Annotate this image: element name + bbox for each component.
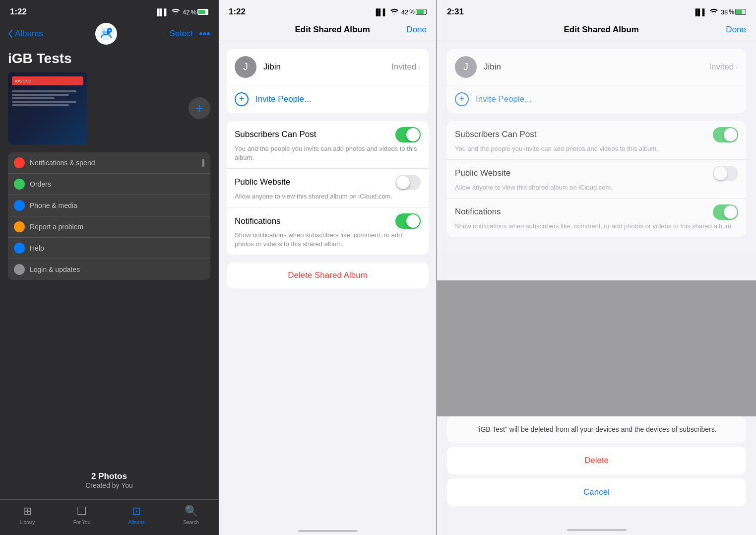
p3-main-content: 2:31 ▐▌▌ 38% Edit Shared Album Done xyxy=(437,0,756,535)
p3-done-button[interactable]: Done xyxy=(726,25,746,35)
p2-home-indicator xyxy=(298,530,358,532)
list-item[interactable]: Notifications & spend ▐ xyxy=(8,152,210,174)
list-item[interactable]: Login & updates xyxy=(8,259,210,280)
p3-toggle-row-website: Public Website Allow anyone to view this… xyxy=(447,160,746,199)
p3-toggle-switch-subscribers xyxy=(713,127,738,142)
p2-invite-row[interactable]: + Invite People... xyxy=(227,85,429,113)
p2-toggle-label-subscribers: Subscribers Can Post xyxy=(235,130,316,139)
list-item[interactable]: Help xyxy=(8,238,210,259)
p2-person-row[interactable]: J Jibin Invited › xyxy=(227,49,429,85)
p1-status-icons: ▐▌▌ 42 % xyxy=(155,8,208,16)
p3-toggle-label-website: Public Website xyxy=(455,168,510,178)
p1-add-button[interactable]: + xyxy=(189,97,210,119)
p1-battery-icon: 42 % xyxy=(183,8,208,16)
p2-done-button[interactable]: Done xyxy=(406,25,427,35)
foryou-icon: ❑ xyxy=(77,505,87,518)
list-item-label: Phone & media xyxy=(30,201,204,209)
p2-toggle-section: Subscribers Can Post You and the people … xyxy=(227,121,429,255)
list-item-dot xyxy=(14,221,25,232)
p1-status-bar: 1:22 ▐▌▌ 42 % xyxy=(0,0,218,21)
list-item-dot xyxy=(14,264,25,275)
p2-nav-title: Edit Shared Album xyxy=(295,25,370,35)
list-item[interactable]: Orders xyxy=(8,174,210,195)
p2-toggle-switch-subscribers[interactable] xyxy=(395,127,421,142)
p2-delete-button[interactable]: Delete Shared Album xyxy=(227,263,429,288)
p2-toggle-switch-notifications[interactable] xyxy=(395,213,421,229)
list-item-dot xyxy=(14,200,25,211)
p3-toggle-header-website: Public Website xyxy=(455,166,738,181)
p1-tab-foryou[interactable]: ❑ For You xyxy=(64,505,99,525)
p2-nav-bar: Edit Shared Album Done xyxy=(219,21,437,41)
p1-tab-library-label: Library xyxy=(20,520,35,525)
p1-back-label: Albums xyxy=(15,29,43,39)
albums-icon: ⊡ xyxy=(132,505,141,518)
p2-toggle-header-subscribers: Subscribers Can Post xyxy=(235,127,421,142)
panel-3-phone: 2:31 ▐▌▌ 38% Edit Shared Album Done xyxy=(437,0,756,535)
p3-toggle-row-subscribers: Subscribers Can Post You and the people … xyxy=(447,121,746,160)
p1-more-button[interactable]: ••• xyxy=(199,27,210,40)
panel-1-phone: 1:22 ▐▌▌ 42 % Albums xyxy=(0,0,218,535)
p1-tab-albums-label: Albums xyxy=(128,520,144,525)
p1-tab-albums[interactable]: ⊡ Albums xyxy=(119,505,154,525)
p3-signal-icon: ▐▌▌ xyxy=(693,8,707,16)
list-item-label: Help xyxy=(30,244,204,252)
p1-tab-library[interactable]: ⊞ Library xyxy=(10,505,45,525)
p1-shared-album-icon: + xyxy=(95,23,117,45)
p2-bottom-bar xyxy=(219,523,437,535)
p3-home-indicator xyxy=(567,529,627,531)
p2-delete-section: Delete Shared Album xyxy=(227,263,429,288)
p3-dimmed-content: J Jibin Invited › + Invite People... Sub… xyxy=(437,41,756,281)
p2-signal-icon: ▐▌▌ xyxy=(374,8,387,16)
search-icon: 🔍 xyxy=(185,505,198,518)
p3-action-sheet-message: "iGB Test" will be deleted from all your… xyxy=(447,416,746,443)
p3-toggle-label-subscribers: Subscribers Can Post xyxy=(455,130,536,139)
p1-right-buttons: Select ••• xyxy=(170,27,210,40)
p1-settings-list: Notifications & spend ▐ Orders Phone & m… xyxy=(8,152,210,280)
p2-status-bar: 1:22 ▐▌▌ 42% xyxy=(219,0,437,21)
p2-person-status: Invited › xyxy=(391,62,421,72)
p3-wifi-icon xyxy=(710,8,718,16)
p2-toggle-desc-notifications: Show notifications when subscribers like… xyxy=(235,231,421,249)
p3-battery-icon: 38% xyxy=(721,8,746,16)
p2-toggle-switch-website[interactable] xyxy=(395,175,421,190)
panel-2-phone: 1:22 ▐▌▌ 42% Edit Shared Album Done J Ji… xyxy=(218,0,437,535)
p3-person-name: Jibin xyxy=(484,62,709,72)
p3-nav-bar: Edit Shared Album Done xyxy=(437,21,756,41)
p3-invite-plus-icon: + xyxy=(455,92,469,106)
p1-tab-foryou-label: For You xyxy=(73,520,90,525)
p1-select-button[interactable]: Select xyxy=(170,29,193,39)
p2-toggle-row-website: Public Website Allow anyone to view this… xyxy=(227,169,429,207)
p3-delete-confirm-button[interactable]: Delete xyxy=(447,447,746,474)
p3-status-bar: 2:31 ▐▌▌ 38% xyxy=(437,0,756,21)
p2-status-icons: ▐▌▌ 42% xyxy=(374,8,427,16)
p3-toggle-header-notifications: Notifications xyxy=(455,204,738,220)
p3-action-sheet-text: "iGB Test" will be deleted from all your… xyxy=(455,424,738,435)
p1-nav: Albums + Select ••• xyxy=(0,21,218,49)
p2-toggle-row-subscribers: Subscribers Can Post You and the people … xyxy=(227,121,429,169)
toggle-knob xyxy=(406,214,420,228)
svg-point-1 xyxy=(103,31,106,34)
p3-nav-title: Edit Shared Album xyxy=(564,25,638,35)
p3-person-section: J Jibin Invited › + Invite People... xyxy=(447,49,746,113)
p3-toggle-switch-website xyxy=(713,166,738,181)
list-item[interactable]: Report a problem xyxy=(8,216,210,238)
p1-photos-count: 2 Photos xyxy=(85,471,133,481)
p3-time: 2:31 xyxy=(447,7,464,17)
list-item-dot xyxy=(14,157,25,168)
p3-invite-row: + Invite People... xyxy=(447,85,746,113)
p1-tab-search[interactable]: 🔍 Search xyxy=(174,505,208,525)
list-item[interactable]: Phone & media xyxy=(8,195,210,216)
p3-cancel-button[interactable]: Cancel xyxy=(447,478,746,506)
list-item-dot xyxy=(14,243,25,254)
p1-album-thumbnail[interactable]: iOS 17.2 xyxy=(8,72,87,144)
list-item-label: Notifications & spend xyxy=(30,159,195,167)
list-item-dot xyxy=(14,179,25,190)
toggle-knob xyxy=(406,128,420,141)
p1-back-button[interactable]: Albums xyxy=(8,29,43,39)
p2-battery-icon: 42% xyxy=(401,8,427,16)
p3-toggle-desc-notifications: Show notifications when subscribers like… xyxy=(455,222,738,231)
p1-album-title: iGB Tests xyxy=(0,49,218,72)
p1-wifi-icon xyxy=(172,8,180,16)
p1-created-by: Created by You xyxy=(85,481,133,489)
library-icon: ⊞ xyxy=(23,505,32,518)
